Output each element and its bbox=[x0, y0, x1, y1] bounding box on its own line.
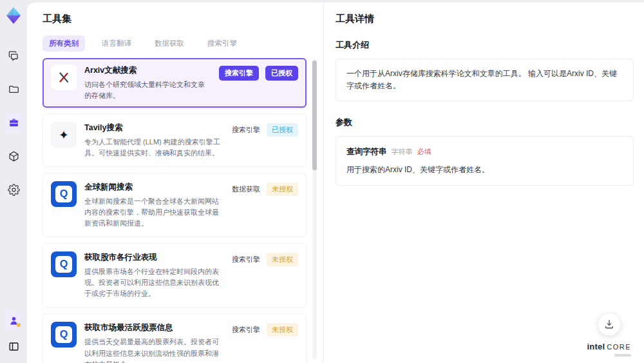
tool-status-badge: 已授权 bbox=[265, 66, 298, 81]
tool-name: Arxiv文献搜索 bbox=[84, 65, 211, 76]
sidebar-item-tools[interactable] bbox=[5, 113, 23, 132]
tool-icon: Q bbox=[51, 181, 77, 207]
tool-status-badge: 未授权 bbox=[267, 182, 298, 196]
param-name: 查询字符串 bbox=[346, 145, 387, 158]
intel-core-logo: intelCORE bbox=[587, 340, 631, 357]
tool-status-badge: 未授权 bbox=[267, 253, 298, 266]
param-description: 用于搜索的Arxiv ID、关键字或作者姓名。 bbox=[346, 164, 623, 176]
sidebar-item-settings[interactable] bbox=[5, 181, 23, 199]
tool-list-viewport: Arxiv文献搜索 访问各个研究领域大量科学论文和文章的存储库。 搜索引擎 已授… bbox=[43, 58, 323, 363]
tool-details-panel: 工具详情 工具介绍 一个用于从Arxiv存储库搜索科学论文和文章的工具。 输入可… bbox=[324, 3, 644, 363]
app-sidebar bbox=[0, 0, 27, 363]
category-tabs: 所有类别语言翻译数据获取搜索引擎 bbox=[43, 35, 323, 52]
floating-corner-group: intelCORE bbox=[587, 313, 631, 357]
tool-icon bbox=[51, 64, 77, 90]
sidebar-item-account[interactable] bbox=[5, 311, 23, 329]
tool-description: 专为人工智能代理 (LLM) 构建的搜索引擎工具。可快速提供实时、准确和真实的结… bbox=[84, 137, 224, 159]
tool-status-badge: 未授权 bbox=[267, 323, 298, 337]
category-tab[interactable]: 搜索引擎 bbox=[201, 35, 243, 52]
params-heading: 参数 bbox=[336, 117, 634, 128]
tool-badges: 搜索引擎 已授权 bbox=[232, 122, 298, 159]
param-box: 查询字符串 字符串 必填 用于搜索的Arxiv ID、关键字或作者姓名。 bbox=[336, 136, 634, 185]
tool-description: 全球新闻搜索是一个聚合全球各大新闻网站内容的搜索引擎，帮助用户快速获取全球最新资… bbox=[84, 196, 224, 229]
toolbox-icon bbox=[8, 117, 20, 129]
tools-panel-title: 工具集 bbox=[43, 13, 323, 25]
param-required-badge: 必填 bbox=[417, 146, 431, 158]
tool-list-item[interactable]: Q 全球新闻搜索 全球新闻搜索是一个聚合全球各大新闻网站内容的搜索引擎，帮助用户… bbox=[43, 173, 307, 237]
cube-icon bbox=[8, 150, 20, 162]
category-tab[interactable]: 语言翻译 bbox=[95, 35, 138, 52]
user-status-badge bbox=[17, 323, 21, 327]
tool-category-badge: 搜索引擎 bbox=[219, 66, 259, 81]
tool-name: 获取市场最活跃股票信息 bbox=[84, 322, 224, 333]
tool-list-item[interactable]: Arxiv文献搜索 访问各个研究领域大量科学论文和文章的存储库。 搜索引擎 已授… bbox=[43, 58, 307, 108]
tool-description: 提供当天交易量最高的股票列表。投资者可以利用这些信息来识别流动性强的股票和潜在的… bbox=[84, 337, 224, 363]
sidebar-item-packages[interactable] bbox=[5, 147, 23, 165]
param-type: 字符串 bbox=[392, 146, 413, 158]
tool-badges: 数据获取 未授权 bbox=[232, 181, 298, 229]
tool-description: 访问各个研究领域大量科学论文和文章的存储库。 bbox=[84, 79, 211, 101]
tool-category-badge: 搜索引擎 bbox=[232, 123, 260, 137]
download-icon bbox=[603, 319, 615, 330]
tool-category-badge: 搜索引擎 bbox=[232, 323, 260, 337]
tool-list: Arxiv文献搜索 访问各个研究领域大量科学论文和文章的存储库。 搜索引擎 已授… bbox=[43, 58, 307, 363]
tool-list-item[interactable]: ✦ Tavily搜索 专为人工智能代理 (LLM) 构建的搜索引擎工具。可快速提… bbox=[43, 113, 307, 167]
scrollbar-thumb[interactable] bbox=[312, 61, 317, 170]
tool-icon: Q bbox=[51, 251, 77, 277]
scrollbar-track[interactable] bbox=[312, 59, 317, 359]
details-title: 工具详情 bbox=[336, 13, 634, 25]
main-surface: 工具集 所有类别语言翻译数据获取搜索引擎 Arxiv文献搜索 访问各个研究领域大… bbox=[27, 3, 644, 363]
sidebar-item-panel-toggle[interactable] bbox=[5, 337, 23, 355]
tool-badges: 搜索引擎 未授权 bbox=[232, 251, 298, 299]
tool-badges: 搜索引擎 未授权 bbox=[232, 322, 298, 363]
intro-heading: 工具介绍 bbox=[336, 39, 634, 51]
panel-toggle-icon bbox=[8, 340, 20, 353]
intel-logo-subtext bbox=[614, 354, 631, 357]
tool-category-badge: 数据获取 bbox=[232, 182, 260, 196]
app-logo bbox=[5, 6, 23, 25]
tool-category-badge: 搜索引擎 bbox=[232, 253, 260, 266]
folder-icon bbox=[8, 83, 20, 95]
tool-name: Tavily搜索 bbox=[84, 123, 224, 133]
chat-icon bbox=[8, 50, 20, 62]
settings-icon bbox=[8, 184, 20, 196]
category-tab[interactable]: 数据获取 bbox=[148, 35, 191, 52]
tool-intro-box: 一个用于从Arxiv存储库搜索科学论文和文章的工具。 输入可以是Arxiv ID… bbox=[336, 59, 634, 101]
download-button[interactable] bbox=[598, 313, 621, 336]
tool-icon: Q bbox=[51, 322, 77, 348]
tool-name: 获取股市各行业表现 bbox=[84, 252, 224, 263]
tool-badges: 搜索引擎 已授权 bbox=[219, 64, 298, 101]
tool-description: 提供股票市场各个行业在特定时间段内的表现。投资者可以利用这些信息来识别表现优于或… bbox=[84, 266, 224, 299]
sidebar-item-chat[interactable] bbox=[5, 46, 23, 64]
sidebar-item-files[interactable] bbox=[5, 80, 23, 98]
tools-panel: 工具集 所有类别语言翻译数据获取搜索引擎 Arxiv文献搜索 访问各个研究领域大… bbox=[27, 3, 324, 363]
tool-status-badge: 已授权 bbox=[267, 123, 298, 137]
tool-name: 全球新闻搜索 bbox=[84, 182, 224, 193]
tool-icon: ✦ bbox=[51, 122, 77, 148]
category-tab[interactable]: 所有类别 bbox=[43, 35, 85, 52]
tool-list-item[interactable]: Q 获取市场最活跃股票信息 提供当天交易量最高的股票列表。投资者可以利用这些信息… bbox=[43, 313, 307, 363]
tool-list-item[interactable]: Q 获取股市各行业表现 提供股票市场各个行业在特定时间段内的表现。投资者可以利用… bbox=[43, 243, 307, 308]
